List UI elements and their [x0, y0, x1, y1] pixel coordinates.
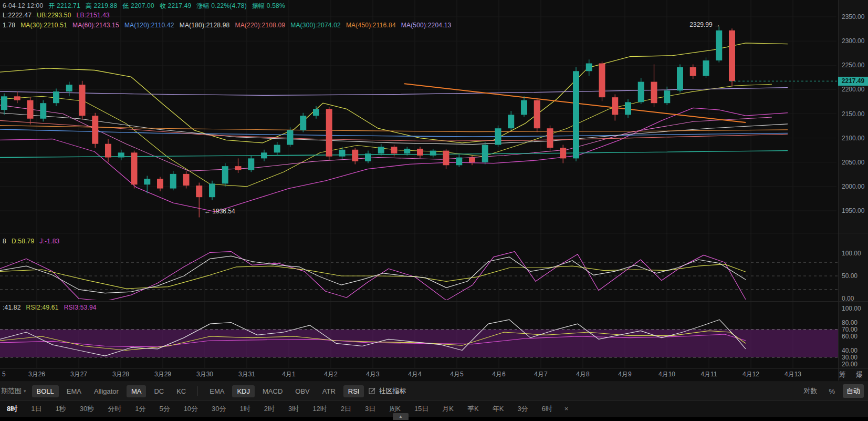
svg-text:1950.00: 1950.00: [842, 207, 865, 214]
timeframe-16[interactable]: 15日: [407, 404, 435, 414]
ma-segment: MA(500):2204.13: [401, 22, 452, 29]
timeframe-bar: 8时1日1秒30秒分时1分5分10分30分1时2时3时12时2日3日周K15日月…: [0, 401, 868, 417]
ohlc-segment: 高 2219.88: [86, 2, 118, 9]
svg-text:3月29: 3月29: [154, 371, 171, 378]
svg-text:0.00: 0.00: [842, 295, 854, 302]
svg-text:4月12: 4月12: [742, 371, 759, 378]
timeframe-2[interactable]: 1秒: [48, 404, 72, 414]
overlay-indicator-boll[interactable]: BOLL: [32, 385, 59, 397]
boll-segment: UB:2293.50: [37, 12, 71, 19]
timeframe-11[interactable]: 3时: [281, 404, 306, 414]
svg-text:2200.00: 2200.00: [842, 86, 865, 93]
ohlc-segment: 振幅 0.58%: [252, 2, 285, 9]
svg-text:4月7: 4月7: [534, 371, 548, 378]
timeframe-7[interactable]: 10分: [177, 404, 205, 414]
toolbar-divider: [197, 386, 198, 396]
svg-text:2250.00: 2250.00: [842, 61, 865, 69]
trading-app: 2350.002300.002250.002200.002150.002100.…: [0, 0, 868, 421]
svg-text:4月8: 4月8: [576, 371, 590, 378]
scale-option-0[interactable]: 对数: [800, 384, 821, 398]
boll-segment: L:2222.47: [3, 12, 32, 19]
rsi-segment: RSI3:53.94: [64, 304, 97, 311]
svg-text:4月10: 4月10: [658, 371, 675, 378]
svg-text:30.00: 30.00: [842, 354, 857, 361]
ma-info-row: 1.78MA(30):2210.51MA(60):2143.15MA(120):…: [3, 22, 457, 29]
svg-text:5: 5: [2, 371, 6, 378]
edit-icon: [369, 387, 376, 395]
svg-text:4月11: 4月11: [700, 371, 717, 378]
period-range-caret-icon[interactable]: ▾: [24, 388, 26, 394]
boll-segment: LB:2151.43: [77, 12, 110, 19]
current-price-badge: 2217.49: [838, 77, 868, 86]
timeframe-8[interactable]: 30分: [205, 404, 233, 414]
timeframe-20[interactable]: 3分: [510, 404, 535, 414]
kdj-info-row: 8D:58.79J:-1.83: [3, 238, 65, 245]
timeframe-5[interactable]: 1分: [128, 404, 152, 414]
overlay-indicator-alligator[interactable]: Alligator: [89, 385, 123, 397]
timeframe-21[interactable]: 6时: [535, 404, 559, 414]
ohlc-segment: 开 2212.71: [48, 2, 80, 9]
svg-text:50.00: 50.00: [842, 272, 857, 280]
svg-text:4月1: 4月1: [282, 371, 296, 378]
timeframe-4[interactable]: 分时: [101, 404, 128, 414]
ma-segment: MA(450):2116.84: [346, 22, 396, 29]
ma-segment: MA(60):2143.15: [72, 22, 119, 29]
overlay-indicator-ema[interactable]: EMA: [62, 385, 86, 397]
ohlc-segment: 低 2207.00: [122, 2, 154, 9]
svg-text:80.00: 80.00: [842, 319, 857, 326]
svg-text:100.00: 100.00: [842, 250, 861, 257]
sub-indicator-obv[interactable]: OBV: [290, 385, 314, 397]
overlay-indicator-dc[interactable]: DC: [149, 385, 169, 397]
indicator-toolbar: 期范围▾BOLLEMAAlligatorMADCKCEMAKDJMACDOBVA…: [0, 382, 868, 401]
side-panel-labels[interactable]: 筹 爆: [839, 370, 867, 379]
sub-indicator-kdj[interactable]: KDJ: [232, 385, 255, 397]
ohlc-segment: 涨幅 0.22%(4.78): [196, 2, 247, 9]
svg-text:3月27: 3月27: [70, 371, 87, 378]
svg-text:4月9: 4月9: [618, 371, 632, 378]
sub-indicator-atr[interactable]: ATR: [318, 385, 340, 397]
timeframe-12[interactable]: 12时: [306, 404, 333, 414]
rsi-info-row: :41.82RSI2:49.61RSI3:53.94: [3, 304, 102, 312]
sub-indicator-macd[interactable]: MACD: [258, 385, 287, 397]
overlay-indicator-ma[interactable]: MA: [127, 385, 147, 397]
timeframe-0[interactable]: 8时: [0, 404, 24, 414]
timeframe-10[interactable]: 2时: [257, 404, 281, 414]
kdj-segment: J:-1.83: [39, 238, 59, 245]
svg-text:2329.99 →: 2329.99 →: [689, 21, 720, 28]
timeframe-popup-arrow[interactable]: ▲: [393, 413, 409, 420]
svg-text:3月30: 3月30: [196, 371, 213, 378]
period-range-label[interactable]: 期范围: [0, 386, 22, 396]
scale-option-2[interactable]: 自动: [843, 384, 864, 398]
close-timeframes-icon[interactable]: ×: [559, 405, 574, 413]
boll-info-row: L:2222.47UB:2293.50LB:2151.43: [3, 12, 115, 19]
svg-text:3月26: 3月26: [28, 371, 45, 378]
svg-text:60.00: 60.00: [842, 333, 857, 340]
chart-canvas[interactable]: 2350.002300.002250.002200.002150.002100.…: [0, 0, 868, 381]
svg-text:2350.00: 2350.00: [842, 13, 865, 20]
timeframe-18[interactable]: 季K: [461, 404, 486, 414]
timeframe-6[interactable]: 5分: [152, 404, 176, 414]
timeframe-9[interactable]: 1时: [233, 404, 257, 414]
timeframe-1[interactable]: 1日: [24, 404, 48, 414]
community-indicators-button[interactable]: 社区指标: [369, 386, 406, 396]
svg-text:40.00: 40.00: [842, 347, 857, 354]
scale-option-1[interactable]: %: [825, 385, 839, 397]
timeframe-14[interactable]: 3日: [358, 404, 382, 414]
svg-text:4月13: 4月13: [785, 371, 801, 378]
timeframe-19[interactable]: 年K: [486, 404, 511, 414]
svg-text:2100.00: 2100.00: [842, 135, 865, 142]
timeframe-15[interactable]: 周K: [382, 404, 407, 414]
rsi-segment: RSI2:49.61: [26, 304, 59, 311]
kdj-segment: 8: [3, 238, 6, 245]
timeframe-3[interactable]: 30秒: [73, 404, 101, 414]
svg-text:2050.00: 2050.00: [842, 159, 865, 166]
rsi-segment: :41.82: [3, 304, 21, 311]
overlay-indicator-kc[interactable]: KC: [172, 385, 191, 397]
svg-text:4月4: 4月4: [408, 371, 422, 378]
svg-text:← 1936.54: ← 1936.54: [204, 208, 235, 215]
timeframe-13[interactable]: 2日: [334, 404, 358, 414]
sub-indicator-ema[interactable]: EMA: [205, 385, 229, 397]
sub-indicator-rsi[interactable]: RSI: [343, 385, 364, 397]
svg-text:2000.00: 2000.00: [842, 183, 865, 190]
timeframe-17[interactable]: 月K: [435, 404, 461, 414]
